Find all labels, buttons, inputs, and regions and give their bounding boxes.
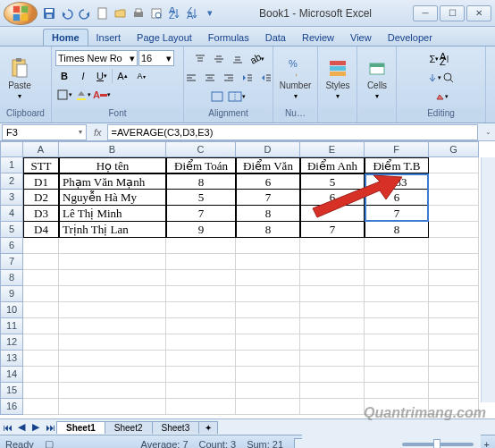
cell-C9[interactable] xyxy=(166,286,236,302)
align-right-button[interactable] xyxy=(220,69,238,87)
cell-D5[interactable]: 8 xyxy=(236,222,300,238)
row-header-4[interactable]: 4 xyxy=(0,206,23,222)
cell-D1[interactable]: Điểm Văn xyxy=(236,157,300,173)
cell-D15[interactable] xyxy=(236,383,300,399)
sheet-tab-2[interactable]: Sheet2 xyxy=(105,421,153,434)
cell-G3[interactable] xyxy=(429,190,479,206)
fill-color-button[interactable]: ▾ xyxy=(74,86,92,104)
font-color-button[interactable]: A▾ xyxy=(93,86,111,104)
align-bottom-button[interactable] xyxy=(229,50,247,68)
cell-B4[interactable]: Lê Thị Minh xyxy=(59,206,166,222)
shrink-font-button[interactable]: A▾ xyxy=(132,67,150,85)
cell-A11[interactable] xyxy=(23,318,59,334)
find-button[interactable] xyxy=(442,69,455,87)
orientation-button[interactable]: ab▾ xyxy=(248,50,265,68)
row-header-10[interactable]: 10 xyxy=(0,302,23,318)
qat-save-icon[interactable] xyxy=(41,5,57,21)
cell-F16[interactable] xyxy=(365,399,429,415)
cell-B10[interactable] xyxy=(59,302,166,318)
col-header-B[interactable]: B xyxy=(59,141,166,157)
grow-font-button[interactable]: A▴ xyxy=(113,67,131,85)
cell-D4[interactable]: 8 xyxy=(236,206,300,222)
row-header-16[interactable]: 16 xyxy=(0,399,23,415)
cell-B2[interactable]: Phạm Văn Mạnh xyxy=(59,173,166,190)
cell-C13[interactable] xyxy=(166,351,236,367)
cell-F11[interactable] xyxy=(365,318,429,334)
cell-A15[interactable] xyxy=(23,383,59,399)
cell-A4[interactable]: D3 xyxy=(23,206,59,222)
row-header-13[interactable]: 13 xyxy=(0,351,23,367)
cell-E6[interactable] xyxy=(300,238,365,254)
qat-more-icon[interactable]: ▾ xyxy=(202,5,218,21)
cell-A3[interactable]: D2 xyxy=(23,190,59,206)
cell-E12[interactable] xyxy=(300,334,365,351)
cell-C11[interactable] xyxy=(166,318,236,334)
row-header-11[interactable]: 11 xyxy=(0,318,23,334)
qat-redo-icon[interactable] xyxy=(77,5,93,21)
clear-button[interactable]: ▾ xyxy=(434,88,449,106)
cell-B13[interactable] xyxy=(59,351,166,367)
font-size-combo[interactable]: 16▾ xyxy=(138,50,174,66)
cell-G10[interactable] xyxy=(429,302,479,318)
cell-D6[interactable] xyxy=(236,238,300,254)
qat-quickprint-icon[interactable] xyxy=(130,5,147,21)
fx-icon[interactable]: fx xyxy=(90,127,105,138)
cell-D10[interactable] xyxy=(236,302,300,318)
cell-A1[interactable]: STT xyxy=(23,157,59,173)
tab-review[interactable]: Review xyxy=(294,30,342,46)
worksheet-grid[interactable]: ABCDEFG 12345678910111213141516 STTHọ tê… xyxy=(0,141,495,418)
cell-B5[interactable]: Trịnh Thị Lan xyxy=(59,222,166,238)
cell-C1[interactable]: Điểm Toán xyxy=(166,157,236,173)
row-header-15[interactable]: 15 xyxy=(0,383,23,399)
cell-G7[interactable] xyxy=(429,254,479,270)
qat-undo-icon[interactable] xyxy=(59,5,75,21)
cell-G14[interactable] xyxy=(429,367,479,383)
cell-E16[interactable] xyxy=(300,399,365,415)
cell-C10[interactable] xyxy=(166,302,236,318)
cell-A5[interactable]: D4 xyxy=(23,222,59,238)
tab-data[interactable]: Data xyxy=(257,30,294,46)
cell-F7[interactable] xyxy=(365,254,429,270)
fill-button[interactable]: ▾ xyxy=(427,69,441,87)
cell-A2[interactable]: D1 xyxy=(23,173,59,190)
cell-A8[interactable] xyxy=(23,270,59,286)
col-header-G[interactable]: G xyxy=(429,141,479,157)
expand-formula-icon[interactable]: ⌄ xyxy=(482,128,495,136)
sheet-nav-last[interactable]: ⏭ xyxy=(43,420,57,435)
row-header-2[interactable]: 2 xyxy=(0,173,23,190)
row-header-14[interactable]: 14 xyxy=(0,367,23,383)
decrease-indent-button[interactable] xyxy=(239,69,256,87)
col-header-D[interactable]: D xyxy=(236,141,300,157)
cell-G8[interactable] xyxy=(429,270,479,286)
col-header-F[interactable]: F xyxy=(365,141,429,157)
cell-D11[interactable] xyxy=(236,318,300,334)
cell-F15[interactable] xyxy=(365,383,429,399)
tab-home[interactable]: Home xyxy=(43,29,88,46)
cell-F2[interactable]: 6.33 xyxy=(365,173,429,190)
qat-sortasc-icon[interactable]: AZ xyxy=(166,5,182,21)
underline-button[interactable]: U▾ xyxy=(93,67,111,85)
cell-F10[interactable] xyxy=(365,302,429,318)
cell-F8[interactable] xyxy=(365,270,429,286)
cell-B15[interactable] xyxy=(59,383,166,399)
cell-E3[interactable]: 6 xyxy=(300,190,365,206)
cell-C8[interactable] xyxy=(166,270,236,286)
cell-A16[interactable] xyxy=(23,399,59,415)
cell-E5[interactable]: 7 xyxy=(300,222,365,238)
sheet-nav-prev[interactable]: ◀ xyxy=(14,420,29,435)
align-middle-button[interactable] xyxy=(210,50,228,68)
cell-D2[interactable]: 6 xyxy=(236,173,300,190)
cell-A9[interactable] xyxy=(23,286,59,302)
office-button[interactable] xyxy=(4,2,38,25)
row-header-8[interactable]: 8 xyxy=(0,270,23,286)
cells-button[interactable]: Cells▾ xyxy=(361,55,393,102)
cell-G1[interactable] xyxy=(429,157,479,173)
cell-E8[interactable] xyxy=(300,270,365,286)
cell-E14[interactable] xyxy=(300,367,365,383)
row-header-6[interactable]: 6 xyxy=(0,238,23,254)
row-header-7[interactable]: 7 xyxy=(0,254,23,270)
row-header-5[interactable]: 5 xyxy=(0,222,23,238)
cell-A6[interactable] xyxy=(23,238,59,254)
cell-B9[interactable] xyxy=(59,286,166,302)
cell-C4[interactable]: 7 xyxy=(166,206,236,222)
